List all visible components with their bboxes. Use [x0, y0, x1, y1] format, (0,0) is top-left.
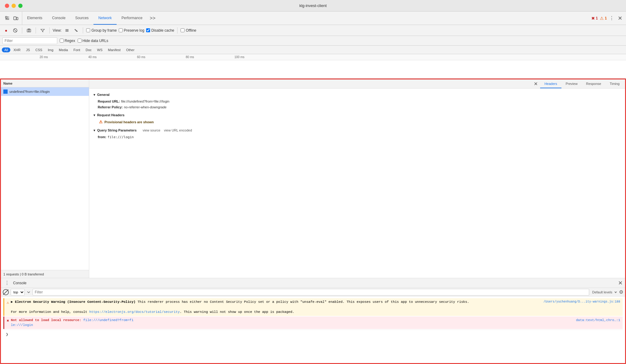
- view-url-encoded-link[interactable]: view URL encoded: [164, 128, 192, 133]
- type-filter-row: All XHR JS CSS Img Media Font Doc WS Man…: [0, 46, 626, 54]
- referrer-policy-row: Referrer Policy: no-referrer-when-downgr…: [93, 105, 621, 110]
- type-filter-css[interactable]: CSS: [33, 47, 45, 52]
- console-close-button[interactable]: ✕: [618, 280, 623, 286]
- request-headers-section-header[interactable]: ▼ Request Headers: [93, 113, 621, 118]
- timeline-area: 20 ms 40 ms 60 ms 80 ms 100 ms: [0, 54, 626, 79]
- console-context-select[interactable]: top: [11, 289, 25, 296]
- filter-input[interactable]: [2, 37, 57, 44]
- error-resource-link-2[interactable]: le:///login: [11, 323, 33, 327]
- console-filter-input[interactable]: [33, 289, 589, 296]
- type-filter-js[interactable]: JS: [23, 47, 32, 52]
- minimize-window-button[interactable]: [12, 4, 16, 8]
- tick-60ms: 60 ms: [137, 55, 145, 59]
- view-waterfall-button[interactable]: [72, 27, 80, 34]
- tab-console[interactable]: Console: [47, 12, 70, 25]
- console-warning-message: ⚠ /Users/yuchenhuang/D...ity-warnings.js…: [3, 298, 623, 316]
- console-prompt: ❯: [3, 330, 623, 339]
- type-filter-all[interactable]: All: [2, 47, 10, 52]
- console-block-button[interactable]: [3, 289, 9, 295]
- filter-row: Regex Hide data URLs: [0, 36, 626, 46]
- type-filter-xhr[interactable]: XHR: [11, 47, 23, 52]
- warning-file-link[interactable]: /Users/yuchenhuang/D...ity-warnings.js:1…: [543, 299, 620, 304]
- toolbar-divider-5: [177, 27, 178, 33]
- request-headers-arrow: ▼: [93, 113, 96, 118]
- svg-rect-2: [16, 17, 18, 20]
- console-content: ⚠ /Users/yuchenhuang/D...ity-warnings.js…: [1, 296, 625, 363]
- type-filter-media[interactable]: Media: [56, 47, 70, 52]
- close-window-button[interactable]: [5, 4, 9, 8]
- tab-network[interactable]: Network: [93, 12, 117, 25]
- view-list-button[interactable]: [63, 27, 71, 34]
- request-url-row: Request URL: file:///undefined?from=file…: [93, 99, 621, 104]
- headers-tab-response[interactable]: Response: [582, 79, 606, 88]
- hide-data-urls-checkbox[interactable]: [78, 39, 82, 43]
- query-string-section-header[interactable]: ▼ Query String Parameters view source vi…: [93, 128, 621, 133]
- headers-content: ▼ General Request URL: file:///undefined…: [89, 89, 625, 278]
- main-tabs: Elements Console Sources Network Perform…: [22, 12, 158, 25]
- tick-100ms: 100 ms: [234, 55, 244, 59]
- request-item[interactable]: undefined?from=file:///login: [1, 87, 89, 96]
- more-tabs-button[interactable]: >>: [147, 12, 158, 25]
- console-menu-button[interactable]: ⋮: [3, 280, 11, 286]
- request-item-name: undefined?from=file:///login: [9, 90, 86, 93]
- regex-checkbox[interactable]: [60, 39, 64, 43]
- error-count-button[interactable]: ✖ 1 ⚠ 1: [591, 16, 607, 21]
- error-file-link[interactable]: data:text/html,chro…:1: [576, 318, 620, 323]
- provisional-headers-warning: ⚠ Provisional headers are shown: [93, 119, 621, 125]
- regex-filter-label: Regex: [60, 39, 75, 43]
- headers-tab-headers[interactable]: Headers: [540, 79, 561, 88]
- group-by-frame-checkbox[interactable]: [86, 28, 90, 32]
- console-settings-button[interactable]: ⚙: [619, 289, 623, 295]
- console-filter-row: top Default levels ⚙: [1, 288, 625, 296]
- disable-cache-checkbox[interactable]: [146, 28, 150, 32]
- type-filter-other[interactable]: Other: [124, 47, 137, 52]
- headers-tab-preview[interactable]: Preview: [561, 79, 582, 88]
- tick-80ms: 80 ms: [186, 55, 194, 59]
- toolbar-divider-2: [36, 27, 36, 33]
- error-resource-link[interactable]: file:///undefined?from=fi: [83, 318, 133, 322]
- type-filter-img[interactable]: Img: [45, 47, 56, 52]
- inspect-element-button[interactable]: [4, 15, 11, 22]
- tab-sources[interactable]: Sources: [70, 12, 93, 25]
- clear-button[interactable]: [12, 27, 19, 34]
- tab-performance[interactable]: Performance: [117, 12, 147, 25]
- svg-point-6: [28, 30, 30, 31]
- warning-title: ▶ Electron Security Warning (Insecure Co…: [11, 300, 135, 304]
- type-filter-ws[interactable]: WS: [95, 47, 105, 52]
- device-toggle-button[interactable]: [12, 15, 19, 22]
- headers-close-button[interactable]: ✕: [531, 81, 540, 87]
- screenshot-button[interactable]: [25, 27, 33, 34]
- warning-msg-icon: ⚠: [7, 300, 9, 306]
- record-button[interactable]: ●: [2, 27, 10, 34]
- filter-button[interactable]: [39, 27, 46, 34]
- query-string-arrow: ▼: [93, 128, 96, 133]
- disable-cache-label: Disable cache: [146, 28, 174, 33]
- general-section-header[interactable]: ▼ General: [93, 92, 621, 98]
- levels-dropdown-icon: [614, 291, 617, 294]
- offline-label: Offline: [181, 28, 196, 33]
- type-filter-manifest[interactable]: Manifest: [106, 47, 123, 52]
- type-filter-font[interactable]: Font: [71, 47, 83, 52]
- view-source-link[interactable]: view source: [143, 128, 160, 133]
- group-by-frame-label: Group by frame: [86, 28, 117, 33]
- tab-elements[interactable]: Elements: [22, 12, 47, 25]
- console-error-message: ✖ data:text/html,chro…:1 Not allowed to …: [3, 317, 623, 329]
- devtools-panel: Elements Console Sources Network Perform…: [0, 12, 626, 364]
- offline-checkbox[interactable]: [181, 28, 185, 32]
- network-split: Name undefined?from=file:///login 1 requ…: [1, 79, 625, 278]
- maximize-window-button[interactable]: [18, 4, 23, 8]
- window-title: klg-invest-client: [299, 3, 327, 8]
- window-controls: [5, 4, 23, 8]
- tab-bar-right: ✖ 1 ⚠ 1 ⋮ ✕: [591, 14, 626, 23]
- request-item-icon: [3, 89, 8, 94]
- preserve-log-label: Preserve log: [119, 28, 144, 33]
- headers-tab-timing[interactable]: Timing: [605, 79, 624, 88]
- devtools-menu-button[interactable]: ⋮: [608, 14, 615, 22]
- type-filter-doc[interactable]: Doc: [83, 47, 94, 52]
- titlebar: klg-invest-client: [0, 0, 626, 12]
- close-devtools-button[interactable]: ✕: [617, 14, 624, 23]
- electron-security-link[interactable]: https://electronjs.org/docs/tutorial/sec…: [89, 310, 180, 314]
- preserve-log-checkbox[interactable]: [119, 28, 123, 32]
- requests-panel: Name undefined?from=file:///login 1 requ…: [1, 79, 89, 278]
- tick-20ms: 20 ms: [40, 55, 48, 59]
